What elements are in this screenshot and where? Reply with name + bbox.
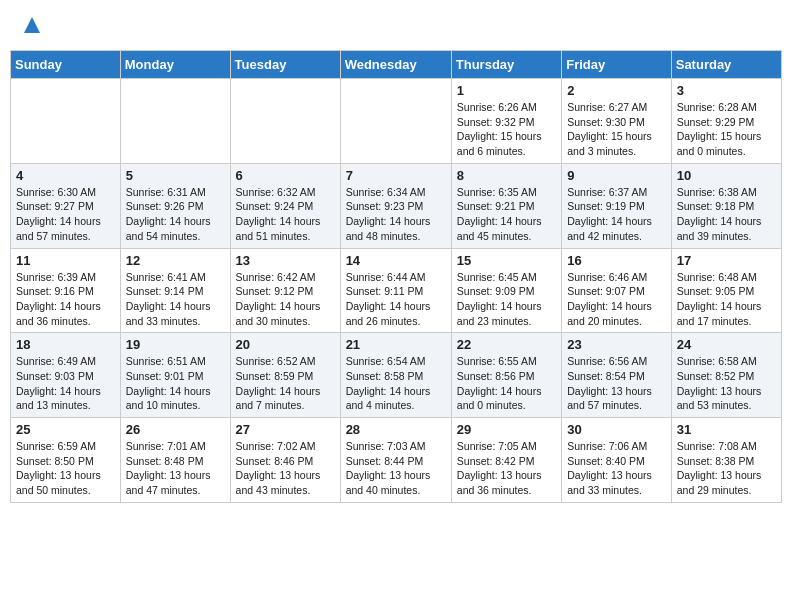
calendar-day-header: Wednesday — [340, 51, 451, 79]
calendar-cell: 27Sunrise: 7:02 AM Sunset: 8:46 PM Dayli… — [230, 418, 340, 503]
calendar-day-header: Monday — [120, 51, 230, 79]
day-info: Sunrise: 6:34 AM Sunset: 9:23 PM Dayligh… — [346, 185, 446, 244]
calendar-cell: 2Sunrise: 6:27 AM Sunset: 9:30 PM Daylig… — [562, 79, 672, 164]
day-number: 21 — [346, 337, 446, 352]
page-header — [10, 10, 782, 40]
calendar-cell — [230, 79, 340, 164]
calendar-day-header: Tuesday — [230, 51, 340, 79]
calendar-cell: 18Sunrise: 6:49 AM Sunset: 9:03 PM Dayli… — [11, 333, 121, 418]
svg-marker-0 — [24, 17, 40, 33]
day-number: 5 — [126, 168, 225, 183]
day-number: 23 — [567, 337, 666, 352]
calendar-cell: 12Sunrise: 6:41 AM Sunset: 9:14 PM Dayli… — [120, 248, 230, 333]
calendar-cell: 13Sunrise: 6:42 AM Sunset: 9:12 PM Dayli… — [230, 248, 340, 333]
day-info: Sunrise: 7:03 AM Sunset: 8:44 PM Dayligh… — [346, 439, 446, 498]
day-number: 28 — [346, 422, 446, 437]
calendar-cell: 19Sunrise: 6:51 AM Sunset: 9:01 PM Dayli… — [120, 333, 230, 418]
calendar-week-row: 18Sunrise: 6:49 AM Sunset: 9:03 PM Dayli… — [11, 333, 782, 418]
calendar-cell: 14Sunrise: 6:44 AM Sunset: 9:11 PM Dayli… — [340, 248, 451, 333]
day-info: Sunrise: 6:56 AM Sunset: 8:54 PM Dayligh… — [567, 354, 666, 413]
day-info: Sunrise: 6:35 AM Sunset: 9:21 PM Dayligh… — [457, 185, 556, 244]
day-number: 2 — [567, 83, 666, 98]
day-info: Sunrise: 6:39 AM Sunset: 9:16 PM Dayligh… — [16, 270, 115, 329]
day-number: 9 — [567, 168, 666, 183]
day-info: Sunrise: 6:27 AM Sunset: 9:30 PM Dayligh… — [567, 100, 666, 159]
day-info: Sunrise: 6:32 AM Sunset: 9:24 PM Dayligh… — [236, 185, 335, 244]
calendar-cell: 6Sunrise: 6:32 AM Sunset: 9:24 PM Daylig… — [230, 163, 340, 248]
day-info: Sunrise: 6:37 AM Sunset: 9:19 PM Dayligh… — [567, 185, 666, 244]
day-info: Sunrise: 6:41 AM Sunset: 9:14 PM Dayligh… — [126, 270, 225, 329]
calendar-cell: 16Sunrise: 6:46 AM Sunset: 9:07 PM Dayli… — [562, 248, 672, 333]
calendar-cell: 26Sunrise: 7:01 AM Sunset: 8:48 PM Dayli… — [120, 418, 230, 503]
day-info: Sunrise: 6:30 AM Sunset: 9:27 PM Dayligh… — [16, 185, 115, 244]
day-number: 10 — [677, 168, 776, 183]
calendar-cell: 3Sunrise: 6:28 AM Sunset: 9:29 PM Daylig… — [671, 79, 781, 164]
day-info: Sunrise: 6:42 AM Sunset: 9:12 PM Dayligh… — [236, 270, 335, 329]
calendar-week-row: 4Sunrise: 6:30 AM Sunset: 9:27 PM Daylig… — [11, 163, 782, 248]
calendar-cell: 28Sunrise: 7:03 AM Sunset: 8:44 PM Dayli… — [340, 418, 451, 503]
day-info: Sunrise: 6:58 AM Sunset: 8:52 PM Dayligh… — [677, 354, 776, 413]
day-info: Sunrise: 7:02 AM Sunset: 8:46 PM Dayligh… — [236, 439, 335, 498]
day-info: Sunrise: 7:01 AM Sunset: 8:48 PM Dayligh… — [126, 439, 225, 498]
day-number: 12 — [126, 253, 225, 268]
calendar-header-row: SundayMondayTuesdayWednesdayThursdayFrid… — [11, 51, 782, 79]
day-number: 25 — [16, 422, 115, 437]
calendar-cell: 24Sunrise: 6:58 AM Sunset: 8:52 PM Dayli… — [671, 333, 781, 418]
calendar-cell: 23Sunrise: 6:56 AM Sunset: 8:54 PM Dayli… — [562, 333, 672, 418]
day-number: 7 — [346, 168, 446, 183]
day-info: Sunrise: 7:05 AM Sunset: 8:42 PM Dayligh… — [457, 439, 556, 498]
day-number: 27 — [236, 422, 335, 437]
day-number: 31 — [677, 422, 776, 437]
calendar-cell: 29Sunrise: 7:05 AM Sunset: 8:42 PM Dayli… — [451, 418, 561, 503]
calendar-table: SundayMondayTuesdayWednesdayThursdayFrid… — [10, 50, 782, 503]
day-number: 4 — [16, 168, 115, 183]
day-info: Sunrise: 6:52 AM Sunset: 8:59 PM Dayligh… — [236, 354, 335, 413]
day-info: Sunrise: 6:59 AM Sunset: 8:50 PM Dayligh… — [16, 439, 115, 498]
day-info: Sunrise: 6:54 AM Sunset: 8:58 PM Dayligh… — [346, 354, 446, 413]
day-info: Sunrise: 7:08 AM Sunset: 8:38 PM Dayligh… — [677, 439, 776, 498]
day-number: 1 — [457, 83, 556, 98]
calendar-cell: 5Sunrise: 6:31 AM Sunset: 9:26 PM Daylig… — [120, 163, 230, 248]
calendar-day-header: Friday — [562, 51, 672, 79]
day-info: Sunrise: 6:51 AM Sunset: 9:01 PM Dayligh… — [126, 354, 225, 413]
logo — [20, 15, 42, 35]
calendar-day-header: Sunday — [11, 51, 121, 79]
day-info: Sunrise: 6:48 AM Sunset: 9:05 PM Dayligh… — [677, 270, 776, 329]
day-info: Sunrise: 6:55 AM Sunset: 8:56 PM Dayligh… — [457, 354, 556, 413]
day-number: 15 — [457, 253, 556, 268]
day-info: Sunrise: 6:31 AM Sunset: 9:26 PM Dayligh… — [126, 185, 225, 244]
calendar-cell — [11, 79, 121, 164]
calendar-cell: 17Sunrise: 6:48 AM Sunset: 9:05 PM Dayli… — [671, 248, 781, 333]
calendar-cell: 31Sunrise: 7:08 AM Sunset: 8:38 PM Dayli… — [671, 418, 781, 503]
day-info: Sunrise: 6:26 AM Sunset: 9:32 PM Dayligh… — [457, 100, 556, 159]
day-number: 6 — [236, 168, 335, 183]
calendar-cell — [340, 79, 451, 164]
day-number: 22 — [457, 337, 556, 352]
calendar-cell: 15Sunrise: 6:45 AM Sunset: 9:09 PM Dayli… — [451, 248, 561, 333]
calendar-cell: 21Sunrise: 6:54 AM Sunset: 8:58 PM Dayli… — [340, 333, 451, 418]
day-number: 24 — [677, 337, 776, 352]
calendar-week-row: 1Sunrise: 6:26 AM Sunset: 9:32 PM Daylig… — [11, 79, 782, 164]
day-number: 19 — [126, 337, 225, 352]
day-info: Sunrise: 6:46 AM Sunset: 9:07 PM Dayligh… — [567, 270, 666, 329]
day-number: 16 — [567, 253, 666, 268]
calendar-cell: 11Sunrise: 6:39 AM Sunset: 9:16 PM Dayli… — [11, 248, 121, 333]
calendar-cell: 1Sunrise: 6:26 AM Sunset: 9:32 PM Daylig… — [451, 79, 561, 164]
day-number: 3 — [677, 83, 776, 98]
calendar-day-header: Thursday — [451, 51, 561, 79]
day-number: 18 — [16, 337, 115, 352]
day-info: Sunrise: 6:45 AM Sunset: 9:09 PM Dayligh… — [457, 270, 556, 329]
calendar-week-row: 11Sunrise: 6:39 AM Sunset: 9:16 PM Dayli… — [11, 248, 782, 333]
day-info: Sunrise: 6:49 AM Sunset: 9:03 PM Dayligh… — [16, 354, 115, 413]
day-info: Sunrise: 6:28 AM Sunset: 9:29 PM Dayligh… — [677, 100, 776, 159]
calendar-cell: 22Sunrise: 6:55 AM Sunset: 8:56 PM Dayli… — [451, 333, 561, 418]
calendar-cell: 30Sunrise: 7:06 AM Sunset: 8:40 PM Dayli… — [562, 418, 672, 503]
day-info: Sunrise: 6:38 AM Sunset: 9:18 PM Dayligh… — [677, 185, 776, 244]
calendar-week-row: 25Sunrise: 6:59 AM Sunset: 8:50 PM Dayli… — [11, 418, 782, 503]
day-number: 17 — [677, 253, 776, 268]
day-number: 11 — [16, 253, 115, 268]
calendar-cell: 25Sunrise: 6:59 AM Sunset: 8:50 PM Dayli… — [11, 418, 121, 503]
calendar-cell: 10Sunrise: 6:38 AM Sunset: 9:18 PM Dayli… — [671, 163, 781, 248]
day-info: Sunrise: 7:06 AM Sunset: 8:40 PM Dayligh… — [567, 439, 666, 498]
calendar-cell: 20Sunrise: 6:52 AM Sunset: 8:59 PM Dayli… — [230, 333, 340, 418]
